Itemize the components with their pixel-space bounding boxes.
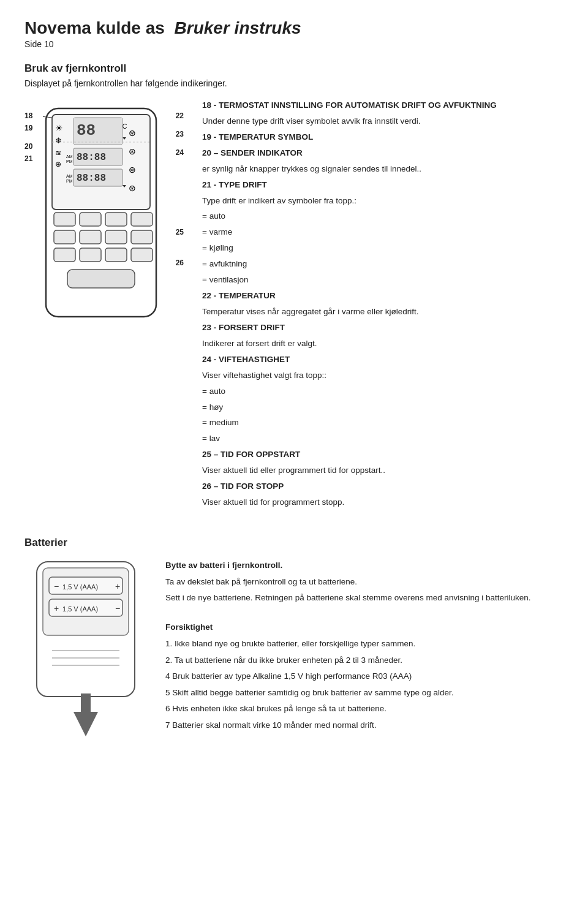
svg-rect-24 — [54, 213, 75, 226]
desc-21-title: 21 - TYPE DRIFT — [202, 179, 564, 192]
desc-21-varme: = varme — [202, 226, 564, 239]
remote-control-svg: °C ☀ ❄ ≋ ⊕ AM PM 88:88 — [43, 105, 159, 338]
desc-18-body: Under denne type drift viser symbolet av… — [202, 115, 564, 128]
battery-caution-1: 1. Ikke bland nye og brukte batterier, e… — [165, 637, 564, 651]
page-side: Side 10 — [24, 39, 564, 49]
desc-21-ventilasjon: = ventilasjon — [202, 274, 564, 287]
label-22: 22 — [176, 111, 184, 120]
battery-caution-7: 7 Batterier skal normalt virke 10 månder… — [165, 719, 564, 732]
desc-25-body: Viser aktuell tid eller programmert tid … — [202, 464, 564, 477]
svg-text:AM: AM — [66, 154, 73, 159]
svg-text:⊛: ⊛ — [129, 183, 136, 193]
battery-text: Bytte av batteri i fjernkontroll. Ta av … — [165, 559, 564, 735]
svg-rect-29 — [80, 230, 101, 244]
svg-text:88:88: 88:88 — [77, 173, 106, 184]
label-19: 19 — [24, 124, 32, 132]
svg-text:−: − — [115, 603, 120, 613]
main-content: 18 19 20 21 22 23 24 25 26 — [24, 99, 564, 512]
label-24: 24 — [176, 148, 184, 157]
svg-rect-35 — [131, 248, 153, 262]
desc-24-body: Viser viftehastighet valgt fra topp:: — [202, 369, 564, 382]
svg-rect-34 — [105, 248, 127, 262]
label-26: 26 — [176, 259, 184, 267]
desc-21-avfuktning: = avfuktning — [202, 258, 564, 271]
section-title: Bruk av fjernkontroll — [24, 62, 564, 75]
battery-caution-title: Forsiktighet — [165, 621, 564, 634]
svg-rect-28 — [54, 230, 75, 244]
label-18: 18 — [24, 111, 32, 120]
desc-21-body: Type drift er indikert av symboler fra t… — [202, 195, 564, 208]
svg-text:AM: AM — [66, 174, 73, 178]
intro-text: Displayet på fjernkontrollen har følgend… — [24, 78, 564, 88]
svg-rect-26 — [105, 213, 127, 226]
battery-svg: − 1,5 V (AAA) + + 1,5 V (AAA) − — [24, 559, 147, 755]
svg-text:−: − — [54, 581, 59, 591]
battery-diagram: − 1,5 V (AAA) + + 1,5 V (AAA) − — [24, 559, 147, 757]
desc-25-title: 25 – TID FOR OPPSTART — [202, 448, 564, 461]
svg-rect-27 — [131, 213, 153, 226]
svg-rect-32 — [54, 248, 75, 262]
battery-section: Batterier − 1,5 V (AAA) + — [24, 537, 564, 757]
svg-marker-51 — [74, 712, 98, 736]
battery-caution-2: 2. Ta ut batteriene når du ikke bruker e… — [165, 654, 564, 667]
desc-24-medium: = medium — [202, 417, 564, 429]
svg-text:PM: PM — [66, 179, 73, 183]
svg-text:PM: PM — [66, 159, 73, 164]
desc-20-title: 20 – SENDER INDIKATOR — [202, 147, 564, 160]
svg-text:⊛: ⊛ — [129, 165, 136, 175]
svg-text:88: 88 — [77, 121, 96, 140]
svg-text:⊕: ⊕ — [55, 160, 61, 168]
label-21: 21 — [24, 154, 32, 163]
desc-23-body: Indikerer at forsert drift er valgt. — [202, 338, 564, 350]
desc-24-auto: = auto — [202, 385, 564, 398]
svg-rect-25 — [80, 213, 101, 226]
svg-rect-31 — [131, 230, 153, 244]
battery-step-1: Ta av dekslet bak på fjernkontroll og ta… — [165, 575, 564, 589]
label-23: 23 — [176, 130, 184, 138]
battery-step-2: Sett i de nye batteriene. Retningen på b… — [165, 591, 564, 605]
battery-caution-5: 5 Skift alltid begge batterier samtidig … — [165, 686, 564, 700]
svg-text:≋: ≋ — [55, 149, 61, 157]
section-bruk-av-fjernkontroll: Bruk av fjernkontroll Displayet på fjern… — [24, 62, 564, 88]
desc-22-title: 22 - TEMPERATUR — [202, 290, 564, 303]
desc-21-kjoling: = kjøling — [202, 242, 564, 255]
battery-subtitle: Bytte av batteri i fjernkontroll. — [165, 559, 564, 572]
svg-text:88:88: 88:88 — [77, 152, 106, 163]
desc-22-body: Temperatur vises når aggregatet går i va… — [202, 306, 564, 319]
desc-24-lav: = lav — [202, 433, 564, 445]
svg-text:1,5 V (AAA): 1,5 V (AAA) — [62, 605, 98, 613]
battery-caution-4: 4 Bruk batterier av type Alkaline 1,5 V … — [165, 670, 564, 683]
svg-text:+: + — [115, 581, 120, 591]
desc-19: 19 - TEMPERATUR SYMBOL — [202, 131, 564, 144]
diagram-area: 18 19 20 21 22 23 24 25 26 — [24, 99, 184, 512]
battery-caution-6: 6 Hvis enheten ikke skal brukes på lenge… — [165, 702, 564, 716]
svg-rect-33 — [80, 248, 101, 262]
svg-text:⊛: ⊛ — [129, 128, 136, 138]
svg-rect-30 — [105, 230, 127, 244]
page-header: Novema kulde as Bruker instruks Side 10 — [24, 18, 564, 49]
battery-content: − 1,5 V (AAA) + + 1,5 V (AAA) − — [24, 559, 564, 757]
desc-26-body: Viser aktuell tid for programmert stopp. — [202, 496, 564, 509]
desc-18-title: 18 - TERMOSTAT INNSTILLING FOR AUTOMATIS… — [202, 99, 564, 112]
desc-24-title: 24 - VIFTEHASTIGHET — [202, 353, 564, 366]
svg-text:+: + — [54, 603, 59, 613]
page-title: Novema kulde as Bruker instruks — [24, 18, 564, 38]
svg-text:1,5 V (AAA): 1,5 V (AAA) — [62, 583, 98, 591]
battery-section-title: Batterier — [24, 537, 564, 549]
svg-rect-52 — [81, 693, 91, 713]
text-content: 18 - TERMOSTAT INNSTILLING FOR AUTOMATIS… — [202, 99, 564, 512]
svg-text:☀: ☀ — [55, 123, 63, 133]
svg-rect-36 — [67, 270, 135, 288]
desc-21-auto: = auto — [202, 210, 564, 223]
desc-24-hoy: = høy — [202, 401, 564, 414]
label-25: 25 — [176, 228, 184, 236]
label-20: 20 — [24, 142, 32, 151]
desc-20-body: er synlig når knapper trykkes og signale… — [202, 163, 564, 176]
svg-text:❄: ❄ — [55, 136, 62, 145]
desc-23-title: 23 - FORSERT DRIFT — [202, 322, 564, 334]
svg-text:⊛: ⊛ — [129, 146, 136, 156]
desc-26-title: 26 – TID FOR STOPP — [202, 480, 564, 493]
